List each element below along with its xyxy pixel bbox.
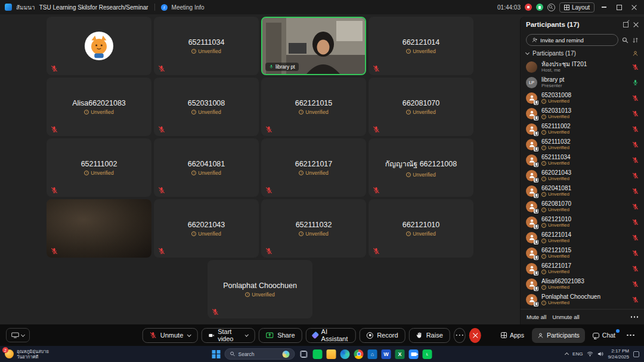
video-tile[interactable]: 662081070 ! Unverified — [369, 78, 473, 136]
store-icon[interactable]: ⌂ — [368, 349, 377, 359]
video-tile[interactable]: 662021043 ! Unverified — [154, 199, 259, 258]
close-button[interactable] — [628, 2, 639, 12]
line-app-icon[interactable]: L — [423, 349, 432, 359]
participant-row[interactable]: 652111034 ! Unverified — [521, 152, 644, 168]
wifi-icon[interactable] — [587, 351, 593, 357]
participant-row[interactable]: ห้องประชุม IT201 Host, me — [521, 59, 644, 75]
close-panel-icon[interactable] — [633, 22, 639, 27]
video-tile[interactable]: 662121014 ! Unverified — [369, 17, 473, 75]
video-tile[interactable]: 652111034 ! Unverified — [154, 17, 259, 75]
invite-and-remind-button[interactable]: Invite and remind — [526, 34, 618, 46]
raise-hand-button[interactable]: Raise — [409, 328, 450, 343]
participant-row[interactable]: 662121017 ! Unverified — [521, 261, 644, 276]
sort-icon[interactable] — [632, 37, 639, 44]
minimize-button[interactable] — [599, 2, 609, 12]
meeting-info-icon[interactable]: i — [161, 4, 168, 11]
video-tile[interactable]: กัญญาณัฐ 662121008 ! Unverified — [369, 138, 473, 197]
participant-row[interactable]: Alisa662021083 ! Unverified — [521, 276, 644, 292]
messenger-app-icon[interactable] — [313, 349, 323, 359]
participant-row[interactable]: 662121014 ! Unverified — [521, 230, 644, 245]
excel-icon[interactable]: X — [395, 349, 405, 359]
video-tile[interactable]: Alisa662021083 ! Unverified — [47, 78, 151, 136]
word-icon[interactable]: W — [382, 349, 391, 359]
apps-button[interactable]: Apps — [496, 328, 530, 343]
start-video-button[interactable]: Start video — [201, 328, 255, 343]
edge-icon[interactable] — [340, 349, 350, 359]
chat-button[interactable]: Chat — [587, 328, 621, 343]
unverified-shield-icon: ! — [541, 115, 546, 119]
tray-chevron-up-icon[interactable] — [565, 352, 569, 357]
chevron-down-icon[interactable] — [245, 333, 249, 336]
ai-assistant-button[interactable]: AI Assistant — [306, 328, 357, 343]
unmute-all-button[interactable]: Unmute all — [552, 314, 579, 320]
participants-section-header[interactable]: Participants (17) — [521, 49, 644, 59]
video-tile[interactable] — [47, 17, 151, 75]
language-indicator[interactable]: ENG — [572, 351, 583, 357]
muted-mic-icon — [632, 265, 639, 272]
video-tile[interactable]: 652111032 ! Unverified — [261, 199, 366, 258]
chevron-down-icon[interactable] — [187, 332, 191, 336]
search-icon[interactable] — [547, 4, 555, 11]
video-tile[interactable]: 662121017 ! Unverified — [261, 138, 366, 197]
meeting-info-label[interactable]: Meeting Info — [172, 4, 205, 11]
muted-mic-icon — [632, 126, 639, 132]
video-tile[interactable]: 652031008 ! Unverified — [154, 78, 259, 136]
mute-all-button[interactable]: Mute all — [527, 314, 546, 320]
video-tile[interactable]: 652111002 ! Unverified — [47, 138, 151, 197]
participant-row[interactable]: LP library pt Presenter — [521, 75, 644, 90]
participant-row[interactable]: 662041081 ! Unverified — [521, 183, 644, 199]
weather-widget[interactable]: 2 อุณหภูมิอุ่นสบาย วันอากาศดี — [5, 349, 49, 360]
zoom-taskbar-icon[interactable] — [409, 349, 419, 359]
notification-center-icon[interactable] — [633, 351, 639, 357]
participant-row[interactable]: 652111032 ! Unverified — [521, 137, 644, 152]
volume-icon[interactable] — [597, 351, 603, 357]
video-tile[interactable]: library pt library pt — [261, 17, 366, 75]
security-shield-icon[interactable] — [536, 4, 543, 11]
more-options-icon[interactable] — [631, 316, 639, 318]
participant-row[interactable]: 662081070 ! Unverified — [521, 199, 644, 214]
video-tile[interactable]: 662121010 ! Unverified — [369, 199, 473, 258]
participant-row[interactable]: 662021043 ! Unverified — [521, 168, 644, 183]
muted-mic-icon — [158, 126, 165, 133]
participant-row[interactable]: 652111002 ! Unverified — [521, 121, 644, 137]
maximize-button[interactable] — [614, 2, 624, 12]
taskbar-search[interactable]: Search — [225, 348, 295, 360]
unverified-badge: ! Unverified — [191, 48, 221, 54]
popout-icon[interactable] — [623, 22, 628, 27]
participant-row[interactable]: 652031008 ! Unverified — [521, 90, 644, 106]
mobile-device-icon — [534, 116, 538, 120]
participants-button[interactable]: Participants — [532, 328, 585, 343]
task-view-icon[interactable] — [299, 349, 309, 359]
more-toolbar-button[interactable] — [454, 328, 466, 343]
file-explorer-icon[interactable] — [327, 349, 336, 359]
participant-row[interactable]: 662121010 ! Unverified — [521, 214, 644, 230]
video-tile[interactable]: 662121015 ! Unverified — [261, 78, 366, 136]
unverified-shield-icon: ! — [84, 171, 89, 175]
start-button[interactable] — [212, 350, 221, 358]
participant-name: 662021043 — [188, 221, 225, 229]
unmute-button[interactable]: Unmute — [143, 328, 198, 343]
muted-mic-icon — [158, 65, 165, 72]
chat-notification-dot — [616, 329, 620, 333]
search-participants-icon[interactable] — [622, 37, 628, 44]
layout-button[interactable]: Layout — [559, 2, 595, 13]
record-button[interactable]: Record — [360, 328, 405, 343]
video-feed-dark — [47, 199, 151, 258]
leave-meeting-button[interactable] — [469, 328, 481, 343]
more-right-button[interactable] — [623, 328, 638, 343]
video-tile[interactable]: 662041081 ! Unverified — [154, 138, 259, 197]
video-tile[interactable] — [47, 199, 151, 258]
video-tile[interactable]: Ponlaphat Choochuen ! Unverified — [208, 260, 312, 318]
chrome-icon[interactable] — [354, 349, 364, 359]
meeting-timer: 01:44:03 — [497, 4, 521, 11]
mobile-device-icon — [534, 302, 538, 307]
participant-row[interactable]: 652031013 ! Unverified — [521, 106, 644, 121]
taskbar-clock[interactable]: 2:17 PM 9/24/2025 — [608, 348, 629, 360]
participants-icon — [537, 332, 544, 339]
participant-row[interactable]: 662121015 ! Unverified — [521, 245, 644, 261]
participant-subtitle: ! Unverified — [541, 145, 628, 150]
participant-row[interactable]: Ponlaphat Choochuen ! Unverified — [521, 292, 644, 307]
share-button[interactable]: Share — [259, 328, 302, 343]
video-layout-quick-button[interactable] — [6, 328, 30, 342]
unverified-badge: ! Unverified — [299, 109, 328, 115]
